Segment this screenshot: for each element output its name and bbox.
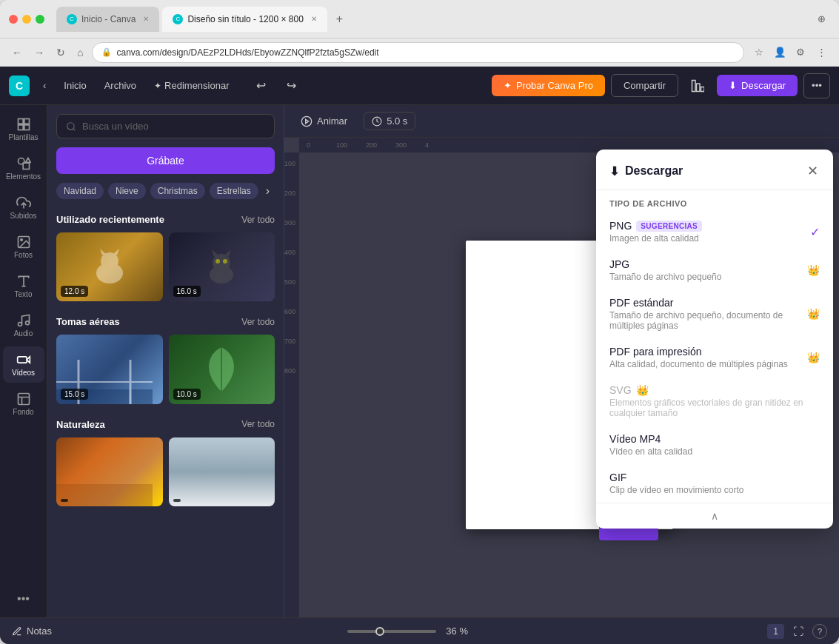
sidebar-label-elementos: Elementos (6, 172, 41, 181)
video-duration-1: 12.0 s (61, 286, 88, 297)
forward-button[interactable]: → (31, 44, 47, 61)
ver-todo-naturaleza[interactable]: Ver todo (241, 419, 275, 429)
sidebar-label-plantillas: Plantillas (8, 133, 38, 141)
dropdown-collapse-button[interactable]: ∧ (711, 510, 718, 522)
file-type-list: PNG SUGERENCIAS Imagen de alta calidad ✓ (596, 212, 833, 503)
sidebar-label-audio: Audio (14, 329, 33, 338)
music-icon (16, 313, 31, 328)
video-thumb-cat-black[interactable]: 16.0 s (169, 232, 275, 301)
search-input[interactable] (82, 121, 265, 132)
page-counter[interactable]: 1 (767, 624, 784, 639)
reload-button[interactable]: ↻ (53, 44, 68, 61)
jpg-desc: Tamaño de archivo pequeño (609, 272, 807, 282)
search-box[interactable] (56, 114, 275, 138)
tab-close-home[interactable]: ✕ (143, 15, 149, 23)
crown-icon: ✦ (504, 80, 512, 91)
archivo-label: Archivo (104, 80, 136, 91)
svg-point-12 (20, 239, 21, 241)
minimize-button[interactable] (22, 15, 31, 24)
sidebar-item-more[interactable]: ••• (3, 586, 44, 611)
panel-content: Utilizado recientemente Ver todo 12.0 s (47, 208, 284, 617)
gif-label: GIF (609, 472, 626, 483)
tag-estrellas[interactable]: Estrellas (210, 183, 258, 199)
home-button[interactable]: ⌂ (74, 44, 86, 61)
canva-logo: C (9, 76, 30, 96)
svg-rect-8 (23, 163, 29, 169)
ver-todo-aereas[interactable]: Ver todo (241, 317, 275, 327)
profile-button[interactable]: 👤 (771, 44, 789, 61)
address-bar-input[interactable]: 🔒 canva.com/design/DAEzP2LDHds/EbyowZZNQ… (92, 42, 744, 63)
download-title: ⬇ Descargar (609, 164, 683, 178)
topbar-back-btn[interactable]: ‹ (36, 76, 53, 95)
tags-more-button[interactable]: › (263, 184, 273, 198)
tag-nieve[interactable]: Nieve (108, 183, 146, 199)
maximize-button[interactable] (36, 15, 44, 24)
tab-canva-home[interactable]: C Inicio - Canva ✕ (56, 7, 159, 32)
section-title-reciente: Utilizado recientemente (56, 214, 164, 225)
section-header-reciente: Utilizado recientemente Ver todo (56, 214, 275, 225)
extensions-button[interactable]: ⚙ (792, 44, 809, 61)
redimensionar-button[interactable]: ✦ Redimensionar (147, 76, 236, 95)
sidebar-item-texto[interactable]: Texto (3, 268, 44, 304)
svg-marker-39 (306, 119, 309, 123)
video-thumb-forest[interactable] (56, 437, 163, 506)
zoom-slider[interactable] (347, 630, 436, 633)
archivo-button[interactable]: Archivo (97, 76, 144, 95)
chart-button[interactable] (684, 73, 711, 98)
compartir-button[interactable]: Compartir (611, 74, 678, 97)
animate-button[interactable]: Animar (293, 111, 355, 132)
video-grid-naturaleza (56, 437, 275, 506)
svg-point-20 (67, 122, 74, 129)
new-tab-button[interactable]: + (330, 13, 349, 26)
sidebar-item-fondo[interactable]: Fondo (3, 386, 44, 422)
file-type-jpg[interactable]: JPG Tamaño de archivo pequeño 👑 (596, 251, 833, 289)
tab-canva-design[interactable]: C Diseño sin título - 1200 × 800 ✕ (162, 7, 327, 32)
file-type-svg[interactable]: SVG 👑 Elementos gráficos vectoriales de … (596, 377, 833, 426)
file-type-png[interactable]: PNG SUGERENCIAS Imagen de alta calidad ✓ (596, 212, 833, 251)
video-duration-2: 16.0 s (173, 286, 201, 297)
close-button[interactable] (9, 15, 18, 24)
file-type-gif[interactable]: GIF Clip de vídeo en movimiento corto (596, 464, 833, 503)
sidebar-label-subidos: Subidos (10, 212, 36, 220)
back-button[interactable]: ← (9, 44, 25, 61)
sidebar-item-audio[interactable]: Audio (3, 307, 44, 343)
pdf-standard-label: PDF estándar (609, 297, 673, 309)
sidebar-item-plantillas[interactable]: Plantillas (3, 111, 44, 147)
file-type-pdf-standard[interactable]: PDF estándar Tamaño de archivo pequeño, … (596, 289, 833, 338)
try-pro-label: Probar Canva Pro (516, 80, 593, 91)
sidebar-label-videos: Vídeos (12, 369, 35, 377)
tab-close-design[interactable]: ✕ (311, 15, 317, 23)
fullscreen-button[interactable]: ⛶ (793, 625, 803, 637)
help-button[interactable]: ? (812, 624, 827, 639)
more-options-button[interactable]: ••• (803, 73, 830, 98)
descargar-button[interactable]: ⬇ Descargar (717, 75, 798, 96)
video-thumb-leaf[interactable]: 10.0 s (169, 335, 275, 403)
extension-icon[interactable]: ⊕ (812, 10, 830, 28)
tag-christmas[interactable]: Christmas (150, 183, 205, 199)
file-type-pdf-print[interactable]: PDF para impresión Alta calidad, documen… (596, 338, 833, 377)
inicio-button[interactable]: Inicio (56, 76, 93, 95)
timer-display[interactable]: 5.0 s (364, 112, 415, 130)
menu-button[interactable]: ⋮ (812, 44, 830, 61)
record-button[interactable]: Grábate (56, 147, 275, 174)
tab-label-home: Inicio - Canva (81, 14, 136, 24)
bookmark-button[interactable]: ☆ (750, 44, 768, 61)
video-thumb-cat-orange[interactable]: 12.0 s (56, 232, 163, 301)
sidebar-item-subidos[interactable]: Subidos (3, 189, 44, 226)
try-pro-button[interactable]: ✦ Probar Canva Pro (492, 75, 605, 96)
redo-button[interactable]: ↪ (279, 74, 304, 97)
video-thumb-mist[interactable] (169, 437, 275, 506)
download-close-button[interactable]: ✕ (806, 161, 820, 181)
ver-todo-reciente[interactable]: Ver todo (241, 215, 275, 225)
sidebar-item-elementos[interactable]: Elementos (3, 150, 44, 187)
file-type-mp4[interactable]: Vídeo MP4 Vídeo en alta calidad (596, 426, 833, 464)
download-icon-header: ⬇ (609, 164, 619, 178)
video-grid-aereas: 15.0 s 10.0 s (56, 335, 275, 403)
video-thumb-bridge[interactable]: 15.0 s (56, 335, 163, 403)
tag-navidad[interactable]: Navidad (56, 183, 104, 199)
tags-row: Navidad Nieve Christmas Estrellas › (47, 183, 284, 208)
sidebar-item-videos[interactable]: Vídeos (3, 346, 44, 383)
undo-button[interactable]: ↩ (249, 74, 273, 97)
sidebar-item-fotos[interactable]: Fotos (3, 229, 44, 265)
notes-button[interactable]: Notas (12, 625, 52, 637)
